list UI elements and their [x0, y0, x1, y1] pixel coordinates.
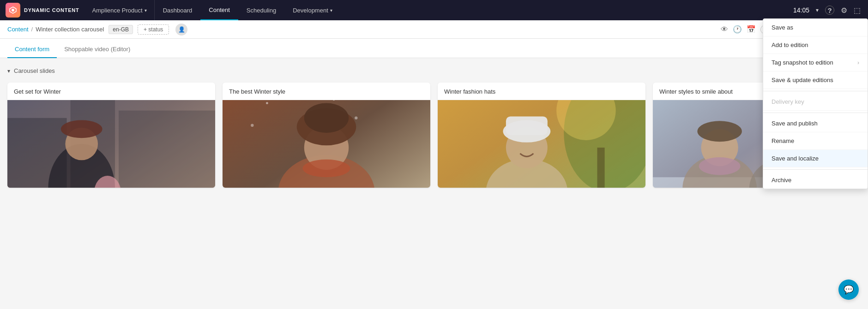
svg-point-18 [355, 117, 357, 119]
product-chevron-icon: ▾ [145, 8, 147, 13]
section-chevron-icon[interactable]: ▾ [7, 68, 10, 74]
card-1: Get set for Winter [7, 83, 215, 188]
menu-item-save-and-localize[interactable]: Save and localize [763, 150, 868, 167]
logo-area: DYNAMIC CONTENT [6, 3, 79, 18]
menu-item-delivery-key: Delivery key [763, 93, 868, 111]
cards-grid: Get set for Winter [7, 83, 861, 188]
help-icon[interactable]: ? [825, 6, 834, 15]
svg-rect-31 [506, 117, 548, 135]
nav-right-area: 14:05 ▾ ? ⚙ ⬚ [793, 6, 868, 15]
section-header: ▾ Carousel slides [7, 65, 861, 76]
nav-item-scheduling[interactable]: Scheduling [238, 0, 284, 20]
menu-item-add-to-edition[interactable]: Add to edition [763, 36, 868, 54]
menu-item-save-and-publish[interactable]: Save and publish [763, 115, 868, 132]
development-chevron-icon: ▾ [330, 8, 332, 13]
card-1-image [7, 100, 215, 188]
nav-item-development[interactable]: Development ▾ [284, 0, 341, 20]
tab-content-form-label: Content form [15, 46, 49, 53]
sub-nav-bar: Content / Winter collection carousel en-… [0, 20, 868, 39]
menu-divider-3 [763, 169, 868, 170]
nav-item-dashboard[interactable]: Dashboard [155, 0, 201, 20]
section-title: Carousel slides [14, 67, 55, 74]
top-nav-bar: DYNAMIC CONTENT Amplience Product ▾ Dash… [0, 0, 868, 20]
svg-point-40 [697, 121, 741, 142]
menu-divider-2 [763, 113, 868, 113]
svg-rect-5 [119, 111, 215, 188]
menu-item-save-as[interactable]: Save as [763, 19, 868, 36]
card-3-img-svg [438, 100, 645, 188]
svg-point-22 [304, 103, 349, 133]
dropdown-menu: Save as Add to edition Tag snapshot to e… [763, 18, 868, 189]
nav-scheduling-label: Scheduling [247, 7, 276, 14]
nav-time: 14:05 [793, 6, 809, 14]
svg-rect-26 [597, 148, 605, 188]
product-selector[interactable]: Amplience Product ▾ [85, 0, 155, 20]
menu-item-archive[interactable]: Archive [763, 172, 868, 189]
logo-svg [9, 6, 17, 14]
logo-icon [6, 3, 20, 18]
tab-shoppable-video-label: Shoppable video (Editor) [64, 46, 130, 53]
menu-item-save-update-editions[interactable]: Save & update editions [763, 71, 868, 89]
locale-badge[interactable]: en-GB [108, 25, 133, 34]
schedule-icon[interactable]: 📅 [747, 25, 756, 34]
user-avatar: 👤 [175, 24, 187, 36]
nav-development-label: Development [293, 7, 328, 14]
svg-point-23 [303, 160, 350, 178]
menu-item-tag-snapshot[interactable]: Tag snapshot to edition › [763, 54, 868, 71]
menu-divider-1 [763, 91, 868, 91]
chat-button[interactable]: 💬 [838, 279, 859, 300]
chat-icon: 💬 [844, 285, 854, 295]
card-3: Winter fashion hats [438, 83, 645, 188]
card-3-image [438, 100, 645, 188]
tab-content-form[interactable]: Content form [7, 41, 57, 58]
expand-chevron-icon[interactable]: ▾ [816, 7, 819, 13]
breadcrumb-separator: / [31, 26, 33, 33]
tab-shoppable-video[interactable]: Shoppable video (Editor) [57, 41, 138, 58]
breadcrumb-current: Winter collection carousel [36, 26, 104, 33]
svg-point-36 [699, 157, 741, 175]
nav-content-label: Content [209, 6, 230, 13]
card-2-header: The best Winter style [223, 83, 430, 100]
nav-item-content[interactable]: Content [200, 0, 238, 20]
card-3-header: Winter fashion hats [438, 83, 645, 100]
exit-icon[interactable]: ⬚ [854, 6, 861, 15]
svg-point-8 [61, 120, 102, 138]
card-1-header: Get set for Winter [7, 83, 215, 100]
svg-point-12 [266, 102, 268, 104]
nav-dashboard-label: Dashboard [163, 7, 193, 14]
history-icon[interactable]: 🕐 [733, 25, 742, 34]
product-selector-label: Amplience Product [92, 7, 143, 14]
breadcrumb-root[interactable]: Content [7, 26, 29, 33]
main-content: ▾ Carousel slides Get set for Winter [0, 58, 868, 309]
menu-item-rename[interactable]: Rename [763, 132, 868, 150]
settings-icon[interactable]: ⚙ [841, 6, 847, 15]
card-2: The best Winter style [223, 83, 430, 188]
logo-text: DYNAMIC CONTENT [24, 7, 79, 13]
status-button[interactable]: + status [138, 24, 169, 35]
card-2-image [223, 100, 430, 188]
svg-point-1 [12, 9, 14, 12]
tag-snapshot-arrow-icon: › [857, 59, 859, 66]
preview-icon[interactable]: 👁 [721, 25, 728, 34]
tabs-bar: Content form Shoppable video (Editor) [0, 39, 868, 58]
card-2-img-svg [223, 100, 430, 188]
svg-point-17 [251, 124, 253, 127]
card-1-img-svg [7, 100, 215, 188]
